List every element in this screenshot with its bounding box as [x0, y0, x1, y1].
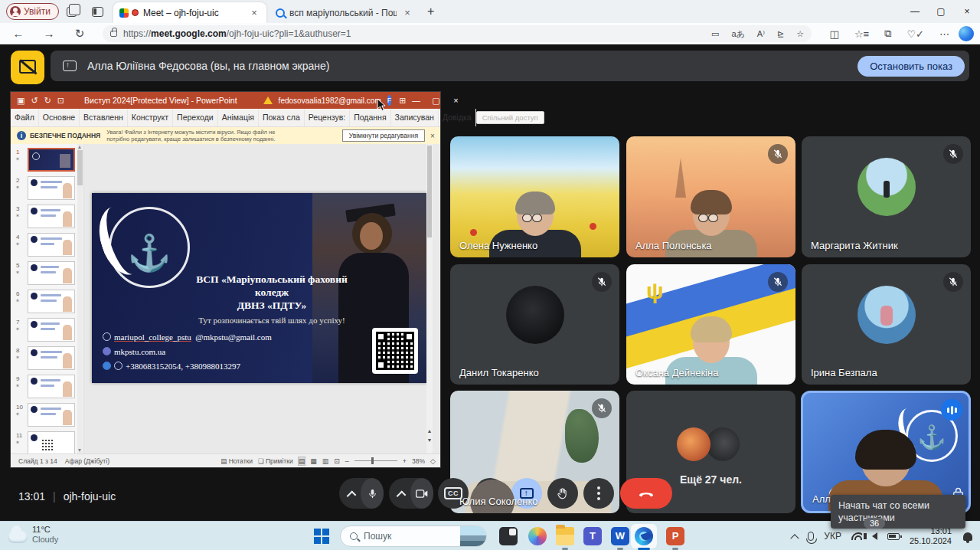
tray-hidden-icons-chevron[interactable]: [791, 534, 799, 542]
copilot-icon[interactable]: [959, 26, 974, 41]
teams-icon[interactable]: T: [583, 527, 602, 545]
slide-thumbnail-2[interactable]: 2✶: [11, 175, 84, 201]
ribbon-tab-review[interactable]: Рецензув:: [305, 109, 350, 126]
camera-button[interactable]: [410, 478, 433, 509]
refresh-icon[interactable]: ↻: [70, 25, 89, 42]
ribbon-tab-transitions[interactable]: Переходи: [173, 109, 218, 126]
zoom-in-icon[interactable]: +: [403, 457, 407, 465]
zoom-level[interactable]: 38%: [412, 457, 425, 465]
copilot-app-icon[interactable]: [528, 527, 547, 545]
account-avatar[interactable]: F: [387, 95, 392, 106]
ribbon-tab-design[interactable]: Конструкт: [128, 109, 173, 126]
participant-tile[interactable]: Алла Полонська: [626, 136, 795, 257]
slide-thumbnail-7[interactable]: 7✶: [11, 317, 84, 342]
language-switcher[interactable]: УКР: [824, 531, 841, 542]
powerpoint-icon[interactable]: P: [666, 527, 684, 545]
slide-thumbnail-5[interactable]: 5✶: [11, 260, 84, 286]
tray-mic-icon[interactable]: [808, 532, 814, 541]
mic-control-group[interactable]: [339, 478, 384, 509]
slide-thumbnail-10[interactable]: 10✶: [11, 402, 84, 427]
slideshow-icon[interactable]: ⊡: [57, 96, 64, 106]
end-call-button[interactable]: [620, 478, 672, 509]
participant-tile[interactable]: Олена Нужненко: [450, 136, 619, 257]
window-close-button[interactable]: ×: [954, 0, 980, 23]
battery-icon[interactable]: [887, 533, 900, 540]
notes-toggle[interactable]: ▤ Нотатки: [220, 457, 253, 465]
address-bar[interactable]: https://meet.google.com/ojh-foju-uic?pli…: [103, 25, 812, 42]
ppt-close-button[interactable]: ×: [446, 96, 466, 106]
slide-thumbnail-4[interactable]: 4✶: [11, 232, 84, 257]
zoom-out-icon[interactable]: –: [345, 457, 349, 465]
participant-tile[interactable]: Маргарита Житник: [802, 136, 971, 257]
protected-bar-close-icon[interactable]: ×: [425, 132, 440, 140]
ribbon-tab-animations[interactable]: Анімація: [218, 109, 259, 126]
file-explorer-icon[interactable]: [556, 527, 574, 545]
word-icon[interactable]: W: [611, 527, 629, 545]
slide-thumbnail-8[interactable]: 8✶: [11, 345, 84, 371]
forward-icon[interactable]: →: [40, 25, 58, 42]
tab-close-icon[interactable]: ×: [401, 7, 413, 18]
system-clock[interactable]: 13:01 25.10.2024: [910, 526, 952, 546]
read-aloud-icon[interactable]: A⁾: [757, 29, 765, 39]
favorites-icon[interactable]: ☆≡: [854, 28, 869, 40]
mic-button[interactable]: [361, 478, 384, 509]
mic-options-chevron-icon[interactable]: [347, 490, 357, 500]
slide-thumbnail-6[interactable]: 6✶: [11, 289, 84, 314]
stop-presenting-button[interactable]: Остановить показ: [858, 56, 965, 77]
ppt-maximize-button[interactable]: ▢: [426, 96, 446, 106]
participant-tile[interactable]: ψ Оксана Дейнекіна: [626, 264, 795, 385]
ribbon-tab-insert[interactable]: Вставленн: [80, 109, 128, 126]
ribbon-tab-home[interactable]: Основне: [39, 109, 80, 126]
volume-icon[interactable]: [872, 532, 877, 540]
slide-thumbnail-1[interactable]: 1✶: [11, 147, 84, 172]
ribbon-tab-record[interactable]: Записуван: [391, 109, 439, 126]
redo-icon[interactable]: ↻: [44, 96, 51, 106]
ppt-minimize-button[interactable]: —: [406, 96, 426, 106]
fit-to-window-icon[interactable]: ◇: [430, 457, 436, 465]
back-icon[interactable]: ←: [9, 25, 28, 42]
reading-view-icon[interactable]: ▥: [322, 457, 329, 465]
media-control-icon[interactable]: ▭: [711, 29, 719, 39]
window-maximize-button[interactable]: ▢: [928, 0, 954, 23]
workspaces-icon[interactable]: [63, 4, 80, 19]
browser-essentials-icon[interactable]: ♡✓: [906, 28, 924, 40]
presentation-warning-icon[interactable]: [11, 51, 44, 84]
slide-scrollbar[interactable]: ▲ ▼: [426, 144, 433, 453]
share-button[interactable]: Спільний доступ: [476, 111, 544, 124]
slide-thumbnail-3[interactable]: 3✶: [11, 204, 84, 229]
slideshow-view-icon[interactable]: ⊡: [334, 457, 340, 465]
favorite-star-icon[interactable]: ☆: [796, 29, 804, 39]
ribbon-tab-help[interactable]: Довідка: [439, 109, 476, 126]
weather-widget[interactable]: 11°C Cloudy: [8, 525, 58, 545]
next-slide-icon[interactable]: ▼: [426, 437, 433, 443]
previous-slide-icon[interactable]: ▲: [426, 428, 433, 434]
notifications-bell-icon[interactable]: [963, 532, 972, 541]
comments-toggle[interactable]: ❏ Примітки: [258, 457, 293, 465]
slide-editing-area[interactable]: ⚓ ВСП «Маріупольський фаховий коледж ДВН…: [84, 144, 434, 453]
save-icon[interactable]: ▣: [17, 96, 24, 106]
task-view-icon[interactable]: [499, 527, 518, 545]
participant-tile[interactable]: Данил Токаренко: [450, 264, 619, 385]
shared-powerpoint-window[interactable]: ▣ ↺ ↻ ⊡ Виступ 2024[Protected View] - Po…: [11, 92, 440, 467]
split-screen-icon[interactable]: ◫: [830, 28, 839, 40]
normal-view-icon[interactable]: ▤: [299, 457, 305, 465]
slide-thumbnail-9[interactable]: 9✶: [11, 374, 84, 399]
participant-tile[interactable]: Ірина Безпала: [802, 264, 971, 385]
settings-more-icon[interactable]: ⋯: [939, 28, 949, 40]
enable-editing-button[interactable]: Увімкнути редагування: [342, 129, 425, 142]
translate-icon[interactable]: aあ: [731, 28, 744, 40]
language-indicator[interactable]: Афар (Джібуті): [65, 457, 109, 465]
new-tab-button[interactable]: +: [427, 5, 434, 18]
ribbon-display-icon[interactable]: ⊞: [399, 96, 406, 106]
vertical-tabs-icon[interactable]: [89, 4, 106, 19]
thumbnail-scrollbar[interactable]: [77, 144, 83, 453]
account-email[interactable]: fedosovaalia1982@gmail.com: [279, 97, 381, 105]
slide-thumbnail-11[interactable]: 11✶: [11, 431, 84, 456]
camera-options-chevron-icon[interactable]: [397, 490, 407, 500]
tab-meet[interactable]: Meet – ojh-foju-uic ×: [113, 2, 266, 23]
ribbon-tab-slideshow[interactable]: Показ сла: [259, 109, 305, 126]
picture-in-picture-icon[interactable]: ⊵: [777, 29, 784, 39]
browser-profile-button[interactable]: Увійти: [6, 3, 59, 20]
ribbon-tab-file[interactable]: Файл: [11, 109, 39, 126]
wifi-icon[interactable]: [851, 532, 862, 540]
